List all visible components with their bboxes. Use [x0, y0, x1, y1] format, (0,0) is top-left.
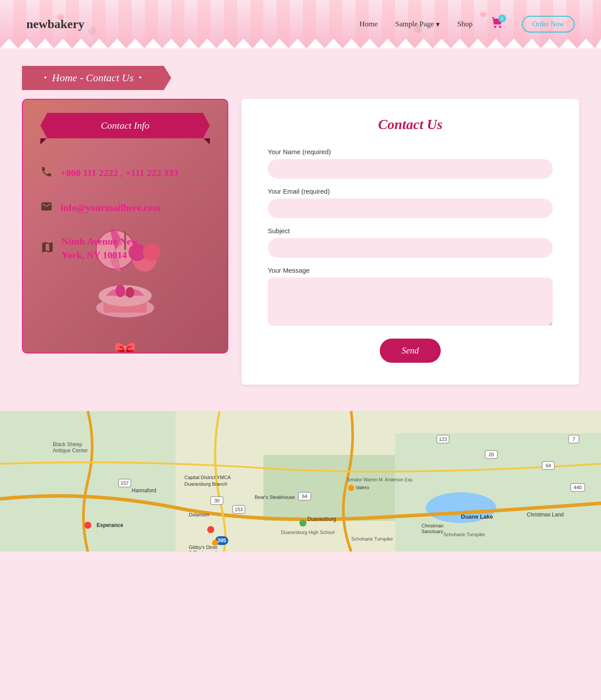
- contact-form-card: Contact Us Your Name (required) Your Ema…: [241, 99, 579, 385]
- svg-text:& Restaurant: & Restaurant: [189, 550, 217, 552]
- map-section: 157 30 153 64 Esperance Delanson Duanesb…: [0, 411, 601, 552]
- nav-shop[interactable]: Shop: [457, 20, 473, 29]
- breadcrumb: • Home - Contact Us •: [22, 66, 171, 90]
- chevron-down-icon: ▾: [436, 20, 440, 29]
- svg-text:64: 64: [302, 494, 307, 499]
- address-text: Ninth Avenue New York, NY 10014: [61, 235, 138, 262]
- svg-text:Christmas Land: Christmas Land: [527, 512, 564, 518]
- svg-text:Delanson: Delanson: [189, 512, 209, 517]
- svg-text:440: 440: [574, 485, 582, 490]
- name-group: Your Name (required): [268, 148, 553, 179]
- name-input[interactable]: [268, 159, 553, 179]
- svg-text:30: 30: [214, 498, 220, 503]
- ribbon-tail-left: [40, 138, 47, 144]
- svg-text:Bear's Steakhouse: Bear's Steakhouse: [255, 494, 295, 500]
- breadcrumb-dot-left: •: [44, 73, 47, 83]
- site-header: 🍬 🍭 🍬 🍭 newbakery Home Sample Page ▾ Sho…: [0, 0, 601, 48]
- address-line2: York, NY 10014: [61, 249, 138, 262]
- subject-input[interactable]: [268, 238, 553, 258]
- svg-text:Black Sheep: Black Sheep: [53, 441, 83, 447]
- cart-button[interactable]: 0: [490, 16, 504, 32]
- svg-text:Sanctuary: Sanctuary: [421, 529, 443, 534]
- breadcrumb-dot-right: •: [139, 73, 141, 83]
- contact-info-title: Contact Info: [101, 120, 150, 131]
- contact-form: Your Name (required) Your Email (require…: [268, 148, 553, 363]
- phone-row: +000 111 2222 , +111 222 333: [36, 156, 214, 191]
- phone-number: +000 111 2222 , +111 222 333: [61, 167, 178, 179]
- svg-point-1: [499, 26, 501, 28]
- svg-text:Capital District YMCA: Capital District YMCA: [184, 475, 231, 480]
- email-icon: [40, 200, 54, 215]
- main-nav: Home Sample Page ▾ Shop 0 Order Now: [360, 16, 575, 32]
- svg-text:Hannaford: Hannaford: [132, 487, 156, 494]
- message-group: Your Message: [268, 267, 553, 328]
- svg-text:20: 20: [489, 452, 494, 457]
- svg-point-10: [126, 287, 134, 298]
- svg-point-0: [494, 26, 496, 28]
- ribbon-tail-right: [204, 138, 210, 144]
- email-group: Your Email (required): [268, 188, 553, 218]
- svg-rect-14: [263, 455, 395, 521]
- send-button[interactable]: Send: [380, 339, 441, 363]
- order-now-button[interactable]: Order Now: [522, 16, 575, 32]
- svg-point-9: [115, 285, 125, 297]
- message-textarea[interactable]: [268, 278, 553, 326]
- subject-group: Subject: [268, 227, 553, 258]
- form-title: Contact Us: [268, 116, 553, 133]
- phone-icon: [40, 166, 54, 180]
- svg-text:Duanesburg High School: Duanesburg High School: [281, 530, 335, 535]
- card-inner-content: Contact Info +000 111 2222 , +111 222 33…: [23, 100, 227, 285]
- name-label: Your Name (required): [268, 148, 553, 155]
- svg-text:Schoharie Turnpike: Schoharie Turnpike: [351, 536, 393, 541]
- svg-text:157: 157: [121, 480, 129, 486]
- map-icon: [40, 240, 54, 257]
- svg-text:Gibby's Diner: Gibby's Diner: [189, 545, 218, 550]
- svg-text:7: 7: [572, 437, 575, 442]
- cart-badge: 0: [498, 14, 506, 22]
- svg-text:Schoharie Turnpike: Schoharie Turnpike: [443, 532, 485, 537]
- svg-text:Christman: Christman: [421, 523, 443, 528]
- contact-info-banner-wrapper: Contact Info: [40, 113, 210, 138]
- svg-text:123: 123: [439, 437, 447, 442]
- svg-point-25: [84, 522, 91, 529]
- main-content: • Home - Contact Us •: [0, 48, 601, 411]
- svg-text:153: 153: [235, 507, 243, 512]
- contact-info-card: Contact Info +000 111 2222 , +111 222 33…: [22, 99, 228, 354]
- svg-text:Duanesburg: Duanesburg: [307, 516, 336, 522]
- svg-point-55: [348, 485, 354, 491]
- two-column-layout: Contact Info +000 111 2222 , +111 222 33…: [22, 99, 579, 385]
- svg-text:Antique Center: Antique Center: [53, 447, 88, 454]
- svg-text:395: 395: [217, 538, 226, 544]
- address-line1: Ninth Avenue New: [61, 235, 138, 249]
- svg-text:Esperance: Esperance: [97, 522, 123, 528]
- map-visual: 157 30 153 64 Esperance Delanson Duanesb…: [0, 411, 601, 552]
- svg-text:Duane Lake: Duane Lake: [461, 513, 493, 520]
- svg-text:Valero: Valero: [356, 485, 369, 490]
- email-address: info@yourmailhere.com: [61, 202, 161, 213]
- message-label: Your Message: [268, 267, 553, 274]
- svg-point-27: [207, 526, 214, 533]
- contact-info-title-banner: Contact Info: [40, 113, 210, 138]
- address-row: Ninth Avenue New York, NY 10014: [36, 225, 214, 272]
- svg-text:Senator Warren M. Anderson Exp: Senator Warren M. Anderson Exp.: [347, 477, 414, 482]
- email-row: info@yourmailhere.com: [36, 191, 214, 225]
- site-logo[interactable]: newbakery: [26, 17, 84, 31]
- breadcrumb-text: Home - Contact Us: [52, 72, 133, 84]
- subject-label: Subject: [268, 227, 553, 235]
- svg-text:Duanesburg Branch: Duanesburg Branch: [184, 481, 227, 487]
- email-label: Your Email (required): [268, 188, 553, 195]
- email-input[interactable]: [268, 198, 553, 218]
- svg-point-29: [299, 520, 306, 527]
- nav-sample-page[interactable]: Sample Page ▾: [395, 20, 439, 29]
- svg-text:64: 64: [546, 463, 551, 468]
- nav-home[interactable]: Home: [360, 20, 378, 29]
- candy-decor-2: 🍭: [88, 26, 99, 37]
- bow-decoration: 🎀: [114, 341, 136, 354]
